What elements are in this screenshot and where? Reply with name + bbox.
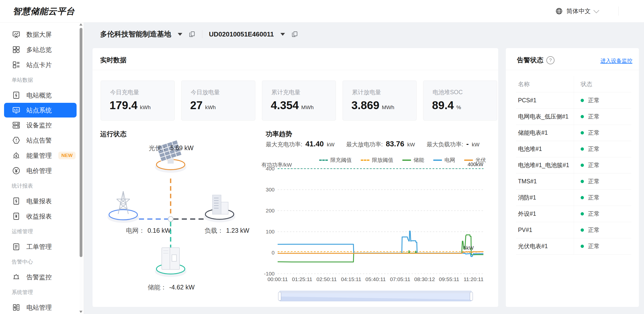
status-dot bbox=[581, 196, 584, 199]
sidebar-item-label: 设备监控 bbox=[26, 121, 52, 129]
stat-label: 今日放电量 bbox=[191, 88, 220, 96]
status-dot bbox=[581, 228, 584, 232]
alarm-monitor-icon bbox=[12, 272, 21, 282]
table-row[interactable]: 消防#1正常 bbox=[516, 190, 631, 206]
sidebar-item-label: 能量管理 bbox=[26, 151, 52, 160]
legend-line-icon bbox=[464, 160, 473, 161]
station-cards-icon bbox=[12, 60, 21, 69]
stat-unit: % bbox=[456, 104, 461, 110]
legend-line-icon bbox=[433, 160, 442, 161]
chart-zoom-slider[interactable] bbox=[279, 291, 472, 301]
power-trend-chart[interactable]: 有功功率/kW4003002001000-10000:00:1101:25:11… bbox=[261, 162, 487, 284]
copy-station-icon[interactable] bbox=[189, 31, 195, 38]
stat-card-today-charge: 今日充电量 179.4kWh bbox=[101, 81, 175, 121]
table-row[interactable]: 电池堆#1正常 bbox=[516, 141, 631, 157]
nav-list: 数据大屏 多站总览 站点卡片 bbox=[0, 22, 84, 314]
sidebar-section-single-station: 单站数据 bbox=[0, 72, 84, 88]
status-dot bbox=[581, 245, 584, 248]
stat-value: 27 bbox=[190, 99, 203, 112]
sidebar-item-energy-report[interactable]: 电量报表 bbox=[0, 193, 84, 209]
table-row[interactable]: 电池堆#1_电池簇#1正常 bbox=[516, 157, 631, 173]
legend-line-icon bbox=[402, 160, 411, 161]
stat-unit: MWh bbox=[382, 104, 394, 110]
sidebar-scroll-thumb[interactable] bbox=[80, 28, 82, 257]
sidebar-section-reports: 统计报表 bbox=[0, 178, 84, 193]
sidebar-item-data-screen[interactable]: 数据大屏 bbox=[0, 27, 84, 42]
table-row[interactable]: 电网电表_低压侧#1正常 bbox=[516, 109, 631, 125]
station-caret-icon[interactable] bbox=[178, 33, 182, 36]
stat-value: 3.869 bbox=[351, 99, 379, 112]
sidebar-item-price-mgmt[interactable]: 电价管理 bbox=[0, 163, 84, 178]
grid-node-icon bbox=[108, 191, 139, 223]
status-dot bbox=[581, 164, 584, 167]
sidebar-item-station-mgmt[interactable]: 电站管理 bbox=[0, 300, 84, 314]
sidebar-item-label: 数据大屏 bbox=[26, 30, 52, 39]
panel-divider bbox=[93, 70, 498, 70]
sidebar-item-profit-report[interactable]: 收益报表 bbox=[0, 209, 84, 224]
alarm-table-header: 名称 状态 bbox=[516, 76, 631, 92]
plant-overview-icon bbox=[12, 91, 21, 100]
table-row[interactable]: PV#1正常 bbox=[516, 222, 631, 238]
price-mgmt-icon bbox=[12, 166, 21, 175]
stat-label: 累计放电量 bbox=[352, 88, 381, 96]
svg-text:5kW: 5kW bbox=[463, 245, 474, 251]
device-select[interactable]: UD02010051E460011 bbox=[209, 30, 274, 38]
table-row[interactable]: TMS#1正常 bbox=[516, 173, 631, 190]
sidebar-item-alarm-monitor[interactable]: 告警监控 bbox=[0, 269, 84, 285]
svg-text:11:20:11: 11:20:11 bbox=[463, 276, 484, 282]
col-status: 状态 bbox=[574, 76, 631, 92]
table-row[interactable]: 储能电表#1正常 bbox=[516, 125, 631, 141]
stat-label: 今日充电量 bbox=[110, 88, 139, 96]
table-row[interactable]: 光伏电表#1正常 bbox=[516, 238, 631, 254]
sidebar-item-label: 电站概览 bbox=[26, 91, 52, 100]
sidebar-section-ops: 运维管理 bbox=[0, 224, 84, 239]
scroll-down-icon[interactable] bbox=[79, 311, 82, 313]
svg-text:0: 0 bbox=[272, 250, 275, 256]
scroll-up-icon[interactable] bbox=[79, 23, 82, 26]
pv-node-label: 光伏：5.69 kW bbox=[131, 144, 212, 152]
sidebar-item-station-system[interactable]: 站点系统 bbox=[4, 103, 77, 117]
stat-label: 累计充电量 bbox=[271, 88, 300, 96]
stat-card-total-charge: 累计充电量 4.354MWh bbox=[262, 81, 336, 121]
stat-card-soc: 电池堆SOC 89.4% bbox=[423, 81, 497, 121]
sidebar-item-label: 站点系统 bbox=[26, 106, 52, 114]
max-load-stat: 最大负载功率: - kW bbox=[427, 140, 479, 148]
svg-text:-100: -100 bbox=[264, 271, 275, 277]
selector-divider bbox=[202, 30, 202, 38]
sidebar-section-alarm-center: 告警中心 bbox=[0, 254, 84, 269]
sidebar-item-workorder[interactable]: 工单管理 bbox=[0, 239, 84, 254]
new-badge: NEW bbox=[58, 152, 76, 159]
sidebar-item-multi-station[interactable]: 多站总览 bbox=[0, 42, 84, 57]
stat-unit: MWh bbox=[301, 104, 314, 110]
header-divider bbox=[618, 7, 619, 16]
sidebar-scrollbar[interactable] bbox=[80, 22, 83, 314]
svg-text:300: 300 bbox=[266, 187, 275, 192]
max-discharge-stat: 最大放电功率: 83.76 kW bbox=[346, 140, 415, 148]
status-dot bbox=[581, 212, 584, 215]
station-system-icon bbox=[12, 106, 21, 115]
zoom-handle-left[interactable] bbox=[278, 292, 281, 301]
device-monitor-link[interactable]: 进入设备监控 bbox=[600, 57, 632, 64]
svg-text:05:40:11: 05:40:11 bbox=[365, 276, 386, 282]
status-dot bbox=[581, 115, 584, 118]
multi-station-icon bbox=[12, 45, 21, 54]
sidebar-item-plant-overview[interactable]: 电站概览 bbox=[0, 88, 84, 103]
sidebar-item-station-alarm[interactable]: 站点告警 bbox=[0, 133, 84, 148]
table-row[interactable]: 外设#1正常 bbox=[516, 206, 631, 222]
help-icon[interactable]: ? bbox=[546, 56, 554, 64]
zoom-handle-right[interactable] bbox=[470, 292, 473, 301]
table-row[interactable]: PCS#1正常 bbox=[516, 92, 631, 109]
sidebar-nav: 数据大屏 多站总览 站点卡片 bbox=[0, 22, 84, 314]
device-caret-icon[interactable] bbox=[280, 33, 285, 36]
sidebar-section-system: 系统管理 bbox=[0, 285, 84, 300]
language-selector[interactable]: 简体中文 bbox=[555, 0, 598, 22]
sidebar-item-energy-mgmt[interactable]: 能量管理 NEW bbox=[0, 148, 84, 163]
sidebar-item-station-cards[interactable]: 站点卡片 bbox=[0, 57, 84, 72]
chevron-down-icon bbox=[594, 8, 599, 13]
sidebar-item-label: 告警监控 bbox=[26, 273, 52, 281]
copy-device-icon[interactable] bbox=[292, 31, 298, 38]
sidebar-item-device-monitor[interactable]: 设备监控 bbox=[0, 117, 84, 133]
power-trend-title: 功率趋势 bbox=[266, 130, 292, 139]
station-select[interactable]: 多伦科技智能制造基地 bbox=[100, 29, 171, 39]
alarm-title: 告警状态 bbox=[517, 56, 543, 65]
